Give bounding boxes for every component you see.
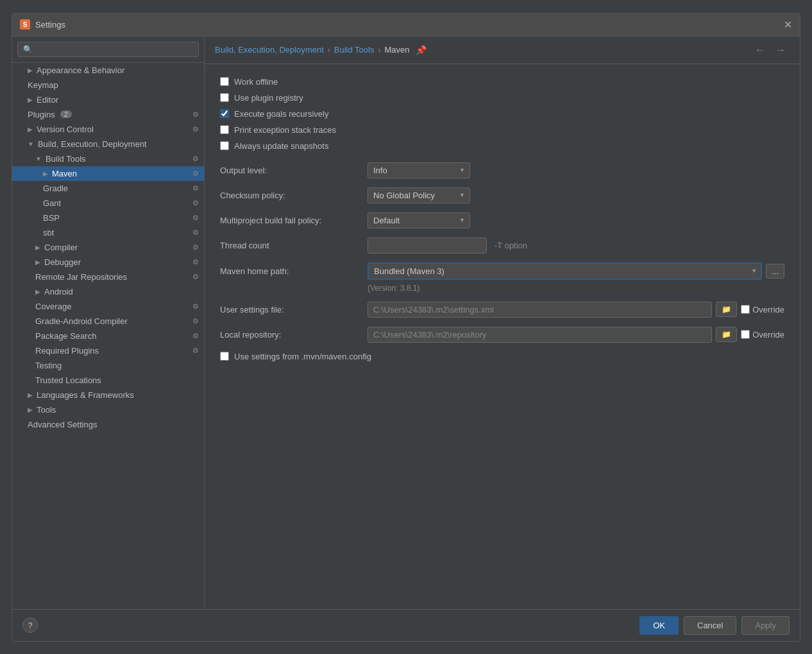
work-offline-checkbox[interactable] — [220, 77, 229, 86]
sidebar-item-label-coverage: Coverage — [35, 302, 71, 311]
local-repo-override-label[interactable]: Override — [752, 330, 784, 340]
sidebar-item-compiler[interactable]: ▶ Compiler ⚙ — [12, 240, 204, 255]
gradle-settings-icon: ⚙ — [192, 184, 199, 193]
always-update-checkbox[interactable] — [220, 141, 229, 150]
always-update-row: Always update snapshots — [220, 141, 784, 151]
execute-goals-checkbox[interactable] — [220, 109, 229, 118]
required-plugins-settings-icon: ⚙ — [192, 347, 199, 355]
ok-button[interactable]: OK — [639, 616, 679, 635]
nav-arrows: ← → — [751, 43, 790, 57]
sidebar-item-label-plugins: Plugins — [28, 110, 55, 119]
maven-home-browse-button[interactable]: ... — [766, 264, 784, 279]
sidebar-item-trusted-locations[interactable]: Trusted Locations — [12, 373, 204, 388]
sidebar-item-version-control[interactable]: ▶ Version Control ⚙ — [12, 122, 204, 137]
sidebar-item-label-appearance: Appearance & Behavior — [37, 65, 124, 75]
sidebar-item-package-search[interactable]: Package Search ⚙ — [12, 329, 204, 343]
apply-button[interactable]: Apply — [741, 616, 790, 635]
breadcrumb-build-tools[interactable]: Build Tools — [334, 45, 375, 55]
use-plugin-registry-label[interactable]: Use plugin registry — [234, 93, 303, 103]
sidebar-item-required-plugins[interactable]: Required Plugins ⚙ — [12, 343, 204, 358]
print-exception-checkbox[interactable] — [220, 125, 229, 134]
output-level-select[interactable]: Info Debug Warn Error — [368, 162, 470, 178]
thread-count-suffix: -T option — [495, 241, 527, 250]
sidebar-item-label-remote-jar: Remote Jar Repositories — [35, 272, 127, 282]
sidebar-item-build-tools[interactable]: ▼ Build Tools ⚙ — [12, 151, 204, 166]
bsp-settings-icon: ⚙ — [192, 214, 199, 222]
local-repo-browse-button[interactable]: 📁 — [716, 327, 737, 342]
forward-button[interactable]: → — [772, 43, 790, 57]
user-settings-browse-button[interactable]: 📁 — [716, 302, 737, 317]
sidebar-item-plugins[interactable]: Plugins 2 ⚙ — [12, 107, 204, 122]
cancel-button[interactable]: Cancel — [684, 616, 736, 635]
local-repo-row: Local repository: 📁 Override — [220, 327, 784, 343]
sidebar-item-build-exec[interactable]: ▼ Build, Execution, Deployment — [12, 137, 204, 151]
sidebar-item-bsp[interactable]: BSP ⚙ — [12, 211, 204, 225]
execute-goals-label[interactable]: Execute goals recursively — [234, 109, 328, 119]
sidebar: ▶ Appearance & Behavior Keymap ▶ Editor … — [12, 37, 205, 609]
checksum-policy-select[interactable]: No Global Policy Fail Warn Ignore — [368, 187, 470, 203]
breadcrumb-bar: Build, Execution, Deployment › Build Too… — [205, 37, 800, 64]
thread-count-input[interactable] — [368, 237, 487, 254]
sidebar-item-gradle[interactable]: Gradle ⚙ — [12, 181, 204, 196]
help-button[interactable]: ? — [22, 617, 38, 633]
sidebar-item-gant[interactable]: Gant ⚙ — [12, 196, 204, 211]
output-level-select-wrapper: Info Debug Warn Error — [368, 162, 470, 178]
execute-goals-row: Execute goals recursively — [220, 109, 784, 119]
search-input[interactable] — [17, 42, 199, 57]
local-repo-override-checkbox[interactable] — [741, 330, 750, 339]
close-button[interactable]: ✕ — [784, 19, 792, 31]
sidebar-item-label-testing: Testing — [35, 361, 62, 370]
sidebar-item-label-sbt: sbt — [43, 228, 54, 237]
title-bar: S Settings ✕ — [12, 13, 800, 37]
sidebar-item-languages[interactable]: ▶ Languages & Frameworks — [12, 388, 204, 402]
maven-home-control: Bundled (Maven 3) Use Maven wrapper Cust… — [368, 262, 784, 280]
expand-arrow-vc: ▶ — [28, 126, 33, 133]
sidebar-item-keymap[interactable]: Keymap — [12, 78, 204, 92]
sidebar-item-android[interactable]: ▶ Android — [12, 284, 204, 299]
maven-settings-icon: ⚙ — [192, 169, 199, 178]
sidebar-item-remote-jar[interactable]: Remote Jar Repositories ⚙ — [12, 270, 204, 284]
expand-arrow-compiler: ▶ — [35, 244, 40, 251]
app-icon: S — [20, 19, 30, 30]
sidebar-item-gradle-android[interactable]: Gradle-Android Compiler ⚙ — [12, 314, 204, 329]
sidebar-item-label-advanced: Advanced Settings — [28, 420, 97, 429]
expand-arrow-maven: ▶ — [43, 170, 48, 177]
use-settings-label[interactable]: Use settings from .mvn/maven.config — [234, 352, 371, 361]
multiproject-policy-select[interactable]: Default Never At End Immediately — [368, 212, 470, 228]
sidebar-item-label-tools: Tools — [37, 405, 56, 415]
print-exception-label[interactable]: Print exception stack traces — [234, 125, 336, 135]
sidebar-item-advanced[interactable]: Advanced Settings — [12, 417, 204, 432]
use-settings-checkbox[interactable] — [220, 352, 229, 361]
output-level-control: Info Debug Warn Error — [368, 162, 470, 178]
dialog-title: Settings — [35, 20, 65, 30]
sidebar-item-debugger[interactable]: ▶ Debugger ⚙ — [12, 255, 204, 270]
sidebar-item-coverage[interactable]: Coverage ⚙ — [12, 299, 204, 314]
user-settings-label: User settings file: — [220, 305, 368, 314]
local-repo-input[interactable] — [368, 327, 712, 343]
expand-arrow-android: ▶ — [35, 288, 40, 295]
sidebar-item-testing[interactable]: Testing — [12, 358, 204, 373]
sbt-settings-icon: ⚙ — [192, 228, 199, 237]
sidebar-item-maven[interactable]: ▶ Maven ⚙ — [12, 166, 204, 181]
work-offline-label[interactable]: Work offline — [234, 77, 278, 87]
use-plugin-registry-checkbox[interactable] — [220, 93, 229, 102]
sidebar-item-editor[interactable]: ▶ Editor — [12, 92, 204, 107]
sidebar-item-label-compiler: Compiler — [44, 243, 78, 252]
user-settings-input[interactable] — [368, 302, 712, 318]
always-update-label[interactable]: Always update snapshots — [234, 141, 328, 151]
maven-home-select[interactable]: Bundled (Maven 3) Use Maven wrapper Cust… — [368, 262, 762, 280]
user-settings-override-checkbox[interactable] — [741, 305, 750, 314]
print-exception-row: Print exception stack traces — [220, 125, 784, 135]
sidebar-item-tools[interactable]: ▶ Tools — [12, 402, 204, 417]
breadcrumb-build-exec[interactable]: Build, Execution, Deployment — [215, 45, 324, 55]
user-settings-override-label[interactable]: Override — [752, 305, 784, 314]
pin-icon: 📌 — [416, 45, 427, 55]
checksum-policy-label: Checksum policy: — [220, 191, 368, 200]
checksum-policy-row: Checksum policy: No Global Policy Fail W… — [220, 187, 784, 203]
sidebar-item-sbt[interactable]: sbt ⚙ — [12, 225, 204, 240]
back-button[interactable]: ← — [751, 43, 769, 57]
gradle-android-settings-icon: ⚙ — [192, 317, 199, 325]
expand-arrow-build: ▼ — [28, 141, 34, 148]
checksum-policy-control: No Global Policy Fail Warn Ignore — [368, 187, 470, 203]
sidebar-item-appearance[interactable]: ▶ Appearance & Behavior — [12, 63, 204, 78]
